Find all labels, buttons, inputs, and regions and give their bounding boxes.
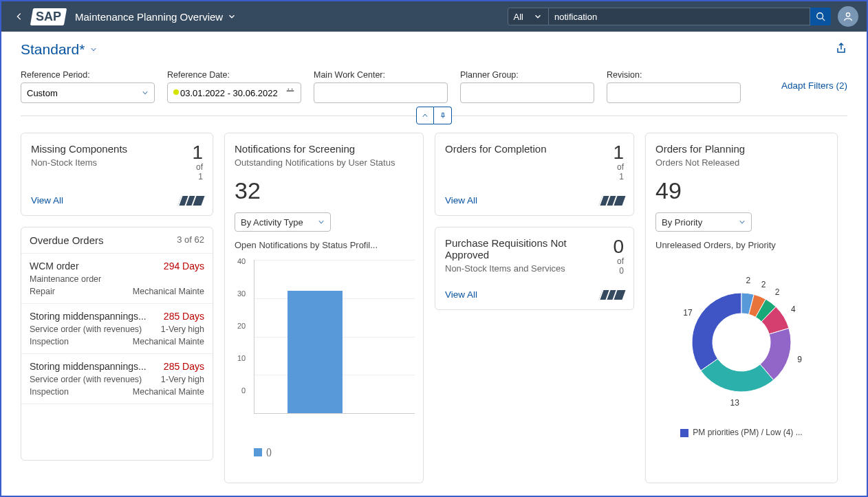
pin-header-button[interactable]: [434, 107, 452, 124]
search-button[interactable]: [810, 8, 831, 25]
card-orders-planning[interactable]: Orders for Planning Orders Not Released …: [645, 133, 838, 483]
back-button[interactable]: [10, 7, 29, 26]
priority-select[interactable]: By Priority: [655, 212, 752, 232]
card-subtitle: Non-Stock Items: [31, 157, 127, 168]
variant-selector[interactable]: Standard*: [21, 41, 97, 58]
filter-reference-date: Reference Date: 03.01.2022 - 30.06.2022: [167, 70, 301, 103]
pin-icon: [440, 112, 446, 119]
filter-main-work-center: Main Work Center:: [314, 70, 448, 103]
filter-divider: [21, 115, 847, 116]
stack-icon: [603, 196, 624, 206]
value-help-icon[interactable]: [578, 87, 588, 99]
list-item[interactable]: Storing middenspannings...285 DaysServic…: [21, 354, 213, 404]
card-count: 3 of 62: [177, 234, 204, 246]
shell-title-button[interactable]: Maintenance Planning Overview: [75, 11, 237, 23]
cards-container: Missing Components Non-Stock Items 1 of …: [1, 116, 867, 497]
svg-point-0: [817, 13, 823, 19]
bar-chart: 40 30 20 10 0: [225, 254, 423, 447]
planner-group-input[interactable]: [460, 82, 594, 103]
chart-legend: PM priorities (PM) / Low (4) ...: [646, 428, 837, 444]
filter-planner-group: Planner Group:: [460, 70, 594, 103]
share-button[interactable]: [835, 42, 847, 58]
card-title: Missing Components: [31, 143, 127, 155]
chevron-down-icon: [142, 89, 149, 96]
chevron-up-icon: [422, 112, 428, 119]
chevron-down-icon: [90, 46, 97, 53]
stack-icon: [603, 290, 624, 300]
view-all-link[interactable]: View All: [445, 195, 477, 206]
chevron-down-icon: [318, 219, 325, 225]
user-avatar-button[interactable]: [838, 6, 858, 27]
chart-legend: (): [225, 447, 423, 461]
svg-point-1: [846, 13, 849, 16]
filter-bar: Reference Period: Custom Reference Date:…: [1, 58, 867, 110]
kpi-value: 1: [613, 143, 624, 162]
value-help-icon[interactable]: [725, 87, 735, 99]
page-title: Maintenance Planning Overview: [75, 11, 223, 23]
reference-date-input[interactable]: 03.01.2022 - 30.06.2022: [167, 82, 301, 103]
kpi-value: 32: [225, 175, 423, 212]
kpi-value: 1: [192, 143, 203, 162]
main-work-center-input[interactable]: [314, 82, 448, 103]
filter-revision: Revision:: [607, 70, 741, 103]
activity-type-select[interactable]: By Activity Type: [235, 212, 331, 232]
stack-icon: [182, 196, 203, 206]
card-missing-components[interactable]: Missing Components Non-Stock Items 1 of …: [21, 133, 213, 216]
chevron-down-icon: [533, 12, 543, 21]
chevron-down-icon: [739, 219, 746, 225]
kpi-value: 0: [613, 237, 624, 256]
search-input[interactable]: [549, 8, 810, 25]
value-help-icon[interactable]: [432, 87, 442, 99]
page-header: Standard*: [1, 32, 867, 58]
list-item[interactable]: WCM order294 DaysMaintenance orderRepair…: [21, 254, 213, 304]
search-icon: [816, 12, 825, 21]
card-subtitle: Non-Stock Items and Services: [445, 263, 569, 274]
caret-down-icon: [227, 12, 237, 21]
shellbar: SAP Maintenance Planning Overview All: [1, 1, 867, 32]
revision-input[interactable]: [607, 82, 741, 103]
view-all-link[interactable]: View All: [445, 289, 477, 300]
card-title: Notifications for Screening: [235, 143, 395, 155]
reference-period-select[interactable]: Custom: [21, 82, 155, 103]
search-scope-select[interactable]: All: [508, 8, 549, 25]
calendar-icon[interactable]: [285, 87, 295, 99]
share-icon: [835, 42, 847, 54]
filter-reference-period: Reference Period: Custom: [21, 70, 155, 103]
list-item[interactable]: Storing middenspannings...285 DaysServic…: [21, 304, 213, 354]
card-title: Purchase Requisitions Not Approved: [445, 237, 569, 261]
card-notifications-screening[interactable]: Notifications for Screening Outstanding …: [224, 133, 424, 483]
donut-chart: 172224913: [659, 260, 824, 425]
sap-logo: SAP: [30, 8, 67, 25]
card-overdue-orders[interactable]: Overdue Orders 3 of 62 WCM order294 Days…: [21, 227, 213, 461]
card-subtitle: Outstanding Notifications by User Status: [235, 157, 395, 168]
card-title: Orders for Planning: [655, 143, 745, 155]
collapse-header-button[interactable]: [416, 107, 434, 124]
kpi-value: 49: [646, 175, 837, 212]
adapt-filters-button[interactable]: Adapt Filters (2): [781, 80, 847, 93]
person-icon: [843, 12, 853, 21]
card-purchase-requisitions[interactable]: Purchase Requisitions Not Approved Non-S…: [435, 227, 634, 310]
card-orders-completion[interactable]: Orders for Completion 1 of 1 View All: [435, 133, 634, 216]
card-subtitle: Orders Not Released: [655, 157, 745, 168]
card-title: Orders for Completion: [445, 143, 547, 155]
card-title: Overdue Orders: [30, 234, 104, 246]
svg-rect-2: [287, 89, 294, 96]
chart-title: Unreleased Orders, by Priority: [646, 240, 837, 254]
chart-title: Open Notifications by Status Profil...: [225, 240, 423, 254]
view-all-link[interactable]: View All: [31, 195, 63, 206]
